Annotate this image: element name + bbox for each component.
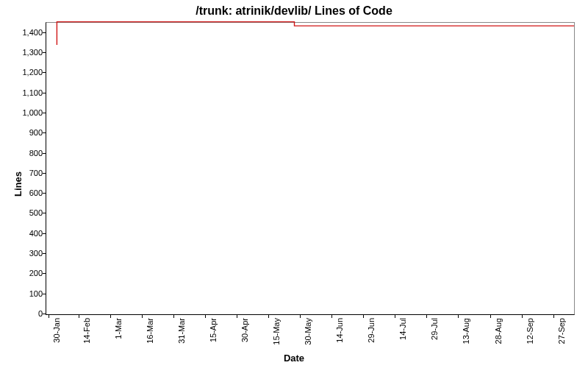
x-tick-mark — [300, 315, 301, 318]
y-tick-label: 1,000 — [6, 108, 43, 117]
y-tick-label: 1,400 — [6, 28, 43, 37]
y-tick-label: 100 — [6, 289, 43, 298]
y-tick-label: 1,200 — [6, 68, 43, 77]
data-series — [46, 23, 574, 314]
y-tick-label: 1,300 — [6, 48, 43, 57]
y-tick-label: 400 — [6, 229, 43, 238]
x-tick-mark — [395, 315, 395, 318]
x-tick-label: 28-Aug — [494, 318, 503, 353]
x-tick-mark — [522, 315, 523, 318]
x-tick-label: 13-Aug — [462, 318, 470, 353]
x-tick-label: 14-Jun — [335, 318, 344, 353]
y-tick-label: 700 — [6, 169, 43, 177]
x-tick-mark — [331, 315, 332, 318]
x-tick-label: 29-Jul — [430, 318, 439, 353]
x-tick-mark — [79, 315, 79, 318]
x-tick-label: 14-Feb — [82, 318, 91, 353]
x-tick-label: 30-Apr — [240, 318, 249, 353]
x-tick-label: 30-Jan — [52, 318, 61, 353]
x-tick-label: 15-Apr — [209, 318, 218, 353]
x-tick-mark — [205, 315, 206, 318]
y-tick-label: 800 — [6, 149, 43, 158]
x-tick-mark — [110, 315, 111, 318]
x-tick-label: 27-Sep — [557, 318, 566, 353]
x-tick-label: 1-Mar — [114, 318, 123, 353]
x-tick-mark — [49, 315, 49, 318]
x-tick-mark — [363, 315, 364, 318]
x-tick-mark — [490, 315, 491, 318]
y-tick-label: 600 — [6, 188, 43, 197]
x-tick-mark — [458, 315, 459, 318]
x-tick-mark — [173, 315, 174, 318]
x-tick-mark — [268, 315, 269, 318]
x-tick-label: 30-May — [304, 318, 312, 353]
x-tick-label: 31-Mar — [177, 318, 186, 353]
plot-area — [46, 22, 575, 315]
x-tick-label: 16-Mar — [146, 318, 154, 353]
x-tick-label: 14-Jul — [398, 318, 407, 353]
x-tick-mark — [237, 315, 237, 318]
y-tick-label: 1,100 — [6, 88, 43, 97]
series-line — [57, 22, 574, 45]
x-tick-label: 29-Jun — [367, 318, 376, 353]
x-tick-label: 15-May — [272, 318, 281, 353]
chart-title: /trunk: atrinik/devlib/ Lines of Code — [0, 4, 588, 18]
y-tick-label: 200 — [6, 269, 43, 277]
y-tick-label: 900 — [6, 128, 43, 137]
y-tick-label: 0 — [6, 309, 43, 318]
x-tick-mark — [142, 315, 143, 318]
x-tick-mark — [553, 315, 554, 318]
y-tick-label: 300 — [6, 249, 43, 258]
y-tick-label: 500 — [6, 208, 43, 217]
x-tick-label: 12-Sep — [526, 318, 534, 353]
x-tick-mark — [426, 315, 427, 318]
loc-chart: /trunk: atrinik/devlib/ Lines of Code Li… — [0, 0, 588, 368]
x-axis-label: Date — [0, 353, 588, 364]
